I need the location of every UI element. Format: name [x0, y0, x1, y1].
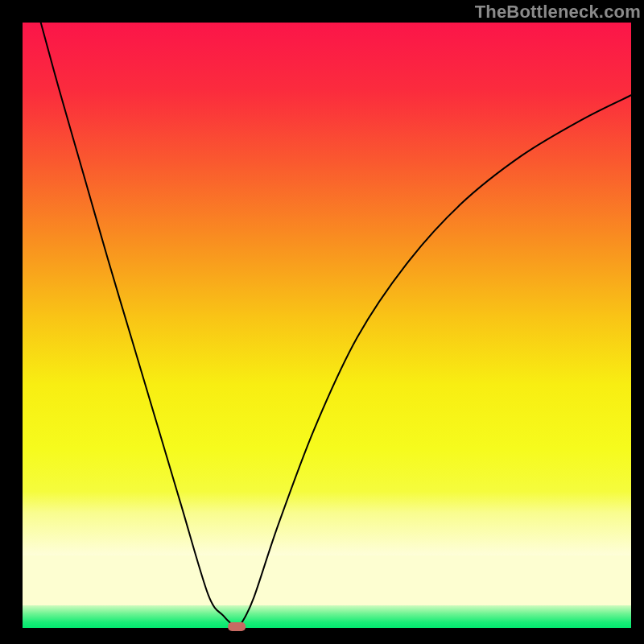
light-yellow-band — [23, 555, 631, 605]
green-band — [23, 605, 631, 628]
chart-container: { "watermark": "TheBottleneck.com", "cha… — [0, 0, 644, 644]
watermark-text: TheBottleneck.com — [475, 2, 641, 23]
optimal-marker — [228, 622, 246, 631]
plot-gradient-background — [23, 23, 631, 555]
bottleneck-chart — [0, 0, 644, 644]
